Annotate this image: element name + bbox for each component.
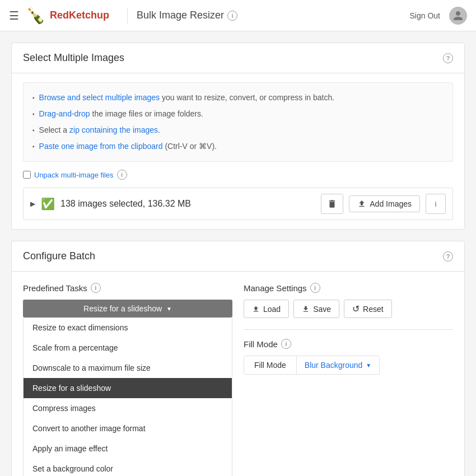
- predefined-tasks-title-area: Predefined Tasks i: [23, 283, 232, 293]
- fill-mode-button[interactable]: Fill Mode: [244, 356, 297, 374]
- main-content: Select Multiple Images ? Browse and sele…: [0, 31, 476, 476]
- add-images-label: Add Images: [370, 199, 412, 208]
- task-item-scale-percentage[interactable]: Scale from a percentage: [24, 338, 232, 358]
- task-item-convert-format[interactable]: Convert to another image format: [24, 418, 232, 438]
- selected-task-label: Resize for a slideshow: [83, 304, 162, 313]
- task-item-resize-slideshow[interactable]: Resize for a slideshow: [24, 378, 232, 398]
- select-images-header: Select Multiple Images ?: [12, 43, 464, 73]
- title-info-icon[interactable]: i: [227, 11, 237, 21]
- success-check-icon: ✅: [41, 197, 55, 211]
- task-item-downscale-filesize[interactable]: Downscale to a maximum file size: [24, 358, 232, 378]
- reset-settings-button[interactable]: ↺ Reset: [344, 300, 392, 318]
- predefined-task-dropdown-button[interactable]: Resize for a slideshow ▼: [23, 300, 232, 318]
- page-title: Bulk Image Resizer: [137, 10, 224, 21]
- configure-batch-header: Configure Batch ?: [12, 241, 464, 272]
- sign-out-link[interactable]: Sign Out: [410, 11, 440, 20]
- load-settings-button[interactable]: Load: [244, 300, 289, 318]
- blur-background-button[interactable]: Blur Background ▼: [297, 356, 379, 374]
- delete-images-button[interactable]: [321, 194, 343, 214]
- task-item-image-effect[interactable]: Apply an image effect: [24, 438, 232, 459]
- blur-background-label: Blur Background: [305, 361, 363, 370]
- unpack-checkbox[interactable]: [23, 171, 31, 179]
- unpack-info-icon[interactable]: i: [117, 170, 127, 180]
- app-title-area: Bulk Image Resizer i: [137, 10, 237, 21]
- fill-mode-label: Fill Mode: [244, 339, 278, 349]
- brand-name: RedKetchup: [50, 10, 109, 21]
- fill-mode-info-icon[interactable]: i: [281, 339, 291, 349]
- images-bar: ▶ ✅ 138 images selected, 136.32 MB Add I…: [23, 188, 453, 220]
- expand-arrow-icon[interactable]: ▶: [30, 200, 35, 208]
- configure-batch-title: Configure Batch: [23, 250, 95, 262]
- select-images-title: Select Multiple Images: [23, 52, 124, 64]
- add-images-button[interactable]: Add Images: [349, 195, 420, 212]
- reset-label: Reset: [363, 305, 384, 314]
- bottle-icon: 🍾: [26, 6, 45, 25]
- configure-batch-card: Configure Batch ? Predefined Tasks i Res…: [11, 241, 465, 476]
- app-header: ☰ 🍾 RedKetchup Bulk Image Resizer i Sign…: [0, 0, 476, 31]
- blur-dropdown-arrow-icon: ▼: [366, 362, 371, 368]
- manage-settings-title-area: Manage Settings i: [244, 283, 453, 293]
- configure-batch-body: Predefined Tasks i Resize for a slidesho…: [12, 272, 464, 476]
- user-avatar[interactable]: [449, 7, 467, 25]
- images-info-button[interactable]: i: [426, 194, 446, 214]
- instructions-box: Browse and select multiple images you wa…: [23, 82, 453, 162]
- images-info-icon: i: [435, 200, 437, 208]
- predefined-tasks-label: Predefined Tasks: [23, 283, 87, 293]
- unpack-row: Unpack multi-image files i: [23, 170, 453, 180]
- instruction-item-4: Paste one image from the clipboard (Ctrl…: [32, 138, 444, 155]
- instruction-item-1: Browse and select multiple images you wa…: [32, 90, 444, 106]
- manage-settings-label: Manage Settings: [244, 283, 307, 293]
- predefined-tasks-dropdown-menu: Resize to exact dimensions Scale from a …: [23, 318, 232, 476]
- images-count-label: 138 images selected, 136.32 MB: [60, 199, 315, 209]
- header-divider: [127, 8, 128, 24]
- instruction-item-3: Select a zip containing the images.: [32, 122, 444, 138]
- configure-batch-info-icon[interactable]: ?: [443, 251, 453, 262]
- select-images-body: Browse and select multiple images you wa…: [12, 73, 464, 229]
- dropdown-arrow-icon: ▼: [166, 306, 172, 312]
- manage-settings-panel: Manage Settings i Load Save: [244, 283, 453, 476]
- fill-mode-title-area: Fill Mode i: [244, 339, 453, 349]
- manage-settings-buttons: Load Save ↺ Reset: [244, 300, 453, 318]
- instruction-item-2: Drag-and-drop the image files or image f…: [32, 106, 444, 122]
- save-label: Save: [313, 305, 331, 314]
- task-item-compress[interactable]: Compress images: [24, 398, 232, 418]
- reset-icon: ↺: [352, 304, 360, 314]
- manage-settings-info-icon[interactable]: i: [310, 283, 320, 293]
- select-images-card: Select Multiple Images ? Browse and sele…: [11, 43, 465, 230]
- load-label: Load: [263, 305, 281, 314]
- task-item-resize-exact[interactable]: Resize to exact dimensions: [24, 318, 232, 338]
- predefined-tasks-panel: Predefined Tasks i Resize for a slidesho…: [23, 283, 232, 476]
- task-item-background-color[interactable]: Set a background color: [24, 459, 232, 476]
- fill-mode-toggle: Fill Mode Blur Background ▼: [244, 356, 380, 375]
- instructions-list: Browse and select multiple images you wa…: [32, 90, 444, 155]
- hamburger-menu-icon[interactable]: ☰: [9, 9, 19, 22]
- predefined-tasks-info-icon[interactable]: i: [91, 283, 101, 293]
- save-settings-button[interactable]: Save: [293, 300, 339, 318]
- brand-logo: 🍾 RedKetchup: [26, 6, 109, 25]
- unpack-label[interactable]: Unpack multi-image files: [34, 171, 114, 179]
- settings-divider: [244, 329, 453, 330]
- select-images-info-icon[interactable]: ?: [443, 53, 453, 63]
